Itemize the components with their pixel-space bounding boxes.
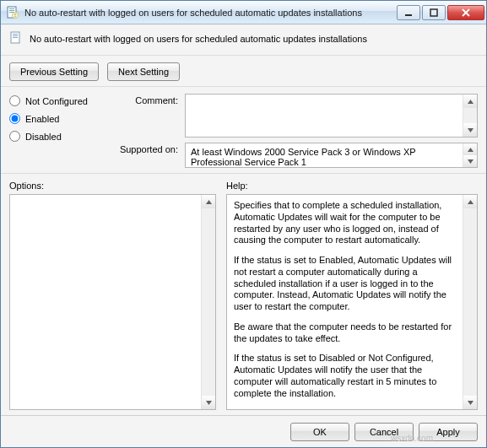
- help-paragraph: If the status is set to Disabled or Not …: [234, 353, 456, 399]
- svg-rect-6: [14, 16, 15, 17]
- minimize-button[interactable]: [397, 5, 420, 20]
- supported-row: Supported on: At least Windows 2000 Serv…: [114, 143, 478, 168]
- scroll-down-icon[interactable]: [463, 155, 477, 167]
- options-label: Options:: [9, 181, 216, 191]
- policy-header: No auto-restart with logged on users for…: [9, 30, 478, 50]
- mid-section: Not Configured Enabled Disabled Comment:: [9, 94, 478, 168]
- svg-rect-5: [14, 13, 15, 15]
- options-area[interactable]: [9, 194, 216, 410]
- help-content: Specifies that to complete a scheduled i…: [227, 195, 463, 409]
- state-radios: Not Configured Enabled Disabled: [9, 94, 102, 168]
- svg-rect-8: [430, 9, 437, 16]
- previous-setting-button[interactable]: Previous Setting: [9, 62, 99, 81]
- scroll-down-icon[interactable]: [463, 123, 477, 137]
- scrollbar[interactable]: [463, 143, 477, 167]
- radio-disabled-input[interactable]: [9, 131, 20, 142]
- apply-button[interactable]: Apply: [419, 423, 478, 441]
- options-panel: Options:: [9, 181, 216, 410]
- supported-textbox: At least Windows 2000 Service Pack 3 or …: [185, 143, 478, 168]
- policy-icon: [9, 31, 23, 46]
- scroll-up-icon[interactable]: [463, 143, 477, 155]
- titlebar: No auto-restart with logged on users for…: [1, 1, 486, 24]
- help-area: Specifies that to complete a scheduled i…: [226, 194, 478, 410]
- window-title: No auto-restart with logged on users for…: [24, 8, 395, 18]
- right-fields: Comment: Supported on: At least Windows …: [114, 94, 478, 168]
- radio-disabled[interactable]: Disabled: [9, 131, 102, 142]
- scroll-up-icon[interactable]: [463, 94, 477, 108]
- help-paragraph: Note: This policy applies only when Auto…: [234, 408, 456, 409]
- content-area: No auto-restart with logged on users for…: [1, 24, 486, 415]
- maximize-button[interactable]: [422, 5, 446, 20]
- svg-rect-7: [405, 14, 412, 16]
- nav-row: Previous Setting Next Setting: [9, 62, 478, 81]
- cancel-button[interactable]: Cancel: [354, 423, 414, 441]
- radio-enabled-input[interactable]: [9, 113, 20, 124]
- scroll-down-icon[interactable]: [202, 396, 215, 409]
- window-controls: [395, 5, 484, 20]
- scroll-down-icon[interactable]: [463, 396, 477, 409]
- lower-split: Options: Help: Specifies that to complet…: [9, 181, 478, 410]
- footer: OK Cancel Apply: [1, 415, 486, 447]
- radio-not-configured-input[interactable]: [9, 95, 20, 106]
- scrollbar[interactable]: [463, 94, 477, 137]
- divider: [1, 173, 486, 174]
- help-paragraph: Be aware that the computer needs to be r…: [234, 321, 456, 345]
- radio-disabled-label: Disabled: [25, 132, 62, 142]
- radio-enabled[interactable]: Enabled: [9, 113, 102, 124]
- scroll-up-icon[interactable]: [463, 195, 477, 208]
- help-paragraph: Specifies that to complete a scheduled i…: [234, 200, 456, 246]
- gpedit-policy-window: No auto-restart with logged on users for…: [0, 0, 487, 448]
- comment-textarea[interactable]: [185, 94, 478, 138]
- supported-value: At least Windows 2000 Service Pack 3 or …: [191, 147, 415, 167]
- help-label: Help:: [226, 181, 478, 191]
- next-setting-button[interactable]: Next Setting: [107, 62, 180, 81]
- divider: [1, 86, 486, 87]
- radio-not-configured[interactable]: Not Configured: [9, 95, 102, 106]
- scrollbar[interactable]: [463, 195, 477, 409]
- policy-title: No auto-restart with logged on users for…: [30, 34, 367, 44]
- svg-rect-1: [9, 8, 14, 9]
- svg-rect-11: [13, 35, 18, 36]
- radio-enabled-label: Enabled: [25, 114, 59, 124]
- policy-icon: [6, 6, 19, 19]
- radio-not-configured-label: Not Configured: [25, 96, 88, 106]
- comment-label: Comment:: [114, 94, 178, 138]
- scrollbar[interactable]: [201, 195, 215, 409]
- help-paragraph: If the status is set to Enabled, Automat…: [234, 255, 456, 313]
- svg-rect-2: [9, 10, 14, 11]
- svg-rect-10: [13, 34, 18, 35]
- help-panel: Help: Specifies that to complete a sched…: [226, 181, 478, 410]
- scroll-up-icon[interactable]: [202, 195, 215, 208]
- divider: [1, 55, 486, 56]
- supported-label: Supported on:: [114, 143, 178, 168]
- close-button[interactable]: [447, 5, 484, 20]
- comment-row: Comment:: [114, 94, 478, 138]
- svg-rect-12: [13, 37, 18, 38]
- ok-button[interactable]: OK: [290, 423, 349, 441]
